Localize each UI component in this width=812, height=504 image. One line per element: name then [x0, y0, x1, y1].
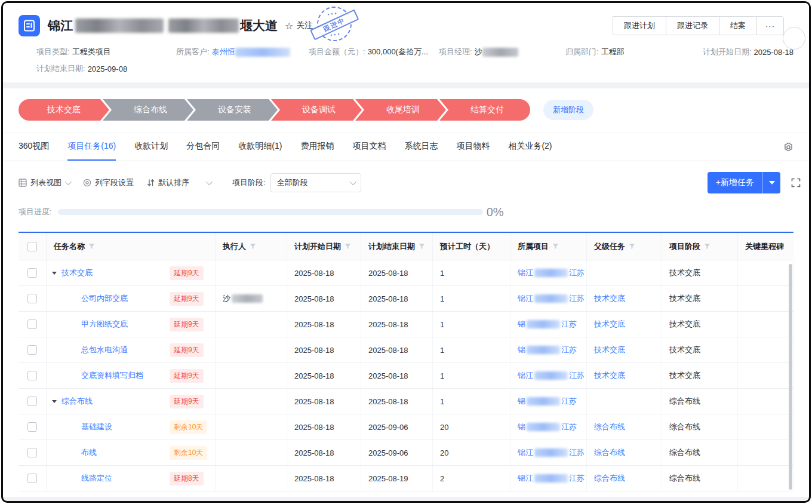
- expand-caret-icon[interactable]: [52, 272, 57, 275]
- due-status-badge: 延期9天: [170, 318, 204, 331]
- project-link-suffix[interactable]: 江苏: [561, 396, 577, 407]
- row-checkbox[interactable]: [27, 422, 37, 432]
- project-link-suffix[interactable]: 江苏: [561, 422, 577, 432]
- add-task-button[interactable]: +新增任务: [708, 172, 762, 193]
- follow-button[interactable]: ☆ 关注: [285, 20, 313, 32]
- project-link-suffix[interactable]: 江苏: [561, 345, 577, 355]
- star-icon[interactable]: ☆: [285, 20, 293, 32]
- parent-task-link[interactable]: 综合布线: [594, 473, 625, 484]
- task-name-link[interactable]: 技术交底: [61, 268, 93, 278]
- tab-item[interactable]: 项目文档: [352, 133, 386, 161]
- project-link-prefix[interactable]: 锦: [518, 345, 525, 355]
- phase-step[interactable]: 综合布线: [103, 99, 193, 121]
- row-checkbox[interactable]: [27, 268, 37, 278]
- project-link-prefix[interactable]: 锦江: [518, 473, 533, 484]
- parent-task-link[interactable]: 技术交底: [594, 293, 625, 304]
- tab-item[interactable]: 系统日志: [404, 133, 438, 161]
- column-settings-label: 列字段设置: [95, 177, 134, 188]
- stage-cell: 技术交底: [662, 286, 738, 311]
- field-label: 项目经理:: [439, 47, 472, 57]
- parent-task-link[interactable]: 综合布线: [594, 422, 625, 432]
- phase-step[interactable]: 设备安装: [187, 99, 278, 121]
- parent-task-link[interactable]: 技术交底: [594, 345, 625, 355]
- filter-icon[interactable]: [250, 243, 256, 250]
- project-link-suffix[interactable]: 江苏: [569, 268, 585, 278]
- tab-item[interactable]: 收款计划: [134, 133, 168, 161]
- header-action-button[interactable]: 跟进计划: [613, 16, 666, 35]
- filter-icon[interactable]: [552, 243, 559, 250]
- fullscreen-icon[interactable]: [791, 178, 801, 188]
- project-link-suffix[interactable]: 江苏: [569, 293, 585, 304]
- task-name-link[interactable]: 甲方图纸交底: [81, 319, 128, 330]
- tab-item[interactable]: 项目任务(16): [67, 133, 116, 161]
- phase-step[interactable]: 设备调试: [271, 99, 362, 121]
- field-label: 项目类型:: [36, 47, 70, 57]
- tab-item[interactable]: 分包合同: [186, 133, 220, 161]
- project-link-prefix[interactable]: 锦: [518, 396, 525, 407]
- stage-filter-select[interactable]: 全部阶段: [270, 173, 361, 192]
- stage-cell: 综合布线: [662, 440, 738, 465]
- phase-step[interactable]: 收尾培训: [355, 99, 446, 121]
- task-name-link[interactable]: 交底资料填写归档: [81, 370, 143, 381]
- tab-item[interactable]: 费用报销: [300, 133, 334, 161]
- help-float-button[interactable]: [783, 27, 805, 50]
- phase-step[interactable]: 技术交底: [19, 99, 109, 121]
- parent-task-link[interactable]: 综合布线: [594, 447, 625, 458]
- plan-end-cell: 2025-08-19: [361, 466, 433, 491]
- task-name-link[interactable]: 线路定位: [81, 473, 112, 484]
- header-action-button[interactable]: ···: [756, 16, 784, 35]
- project-link-prefix[interactable]: 锦: [518, 319, 525, 330]
- parent-task-cell: [587, 389, 662, 414]
- project-link-suffix[interactable]: 江苏: [569, 370, 585, 381]
- add-task-dropdown-button[interactable]: [762, 172, 780, 193]
- filter-icon[interactable]: [345, 243, 351, 250]
- project-link-prefix[interactable]: 锦江: [518, 293, 533, 304]
- row-checkbox[interactable]: [27, 448, 37, 457]
- row-checkbox[interactable]: [27, 294, 37, 303]
- parent-task-link[interactable]: 技术交底: [594, 370, 625, 381]
- tab-settings-gear-icon[interactable]: [783, 133, 793, 161]
- task-name-link[interactable]: 基础建设: [81, 422, 112, 432]
- add-phase-button[interactable]: 新增阶段: [543, 100, 593, 120]
- redacted-project-block: [527, 397, 560, 405]
- task-name-link[interactable]: 综合布线: [61, 396, 93, 407]
- project-link-prefix[interactable]: 锦江: [518, 370, 533, 381]
- tab-item[interactable]: 360视图: [19, 133, 49, 161]
- project-link-prefix[interactable]: 锦: [518, 422, 525, 432]
- sort-button[interactable]: 默认排序: [147, 177, 211, 188]
- row-checkbox[interactable]: [27, 319, 37, 329]
- row-check-cell: [19, 440, 47, 465]
- estimated-hours-cell: 1: [433, 337, 510, 362]
- vertical-scrollbar[interactable]: [789, 264, 792, 490]
- project-link-suffix[interactable]: 江苏: [569, 473, 585, 484]
- task-name-link[interactable]: 总包水电沟通: [81, 345, 128, 355]
- expand-caret-icon[interactable]: [52, 400, 57, 403]
- task-name-link[interactable]: 布线: [81, 447, 97, 458]
- project-link-prefix[interactable]: 锦江: [518, 447, 533, 458]
- filter-icon[interactable]: [88, 243, 95, 250]
- estimated-hours-cell: 1: [433, 389, 510, 414]
- stage-cell: 技术交底: [662, 312, 738, 337]
- project-link-suffix[interactable]: 江苏: [561, 319, 577, 330]
- filter-icon[interactable]: [419, 243, 425, 250]
- project-header: 锦江堰大道 ☆ 关注 ••• 跟进中 ••• 跟进计划跟进记录结案··· 项目类…: [3, 3, 809, 82]
- column-settings-button[interactable]: 列字段设置: [83, 177, 134, 188]
- row-checkbox[interactable]: [27, 397, 37, 406]
- view-switcher[interactable]: 列表视图: [19, 177, 70, 188]
- parent-task-link[interactable]: 技术交底: [594, 319, 625, 330]
- row-checkbox[interactable]: [27, 345, 37, 355]
- header-action-button[interactable]: 结案: [719, 16, 756, 35]
- filter-icon[interactable]: [629, 243, 635, 250]
- filter-icon[interactable]: [704, 243, 710, 250]
- project-link-prefix[interactable]: 锦江: [518, 268, 533, 278]
- project-link-suffix[interactable]: 江苏: [569, 447, 585, 458]
- header-action-button[interactable]: 跟进记录: [666, 16, 719, 35]
- row-checkbox[interactable]: [27, 474, 37, 483]
- select-all-checkbox[interactable]: [27, 242, 37, 251]
- tab-item[interactable]: 收款明细(1): [238, 133, 282, 161]
- tab-item[interactable]: 相关业务(2): [508, 133, 552, 161]
- phase-step[interactable]: 结算交付: [439, 99, 530, 121]
- tab-item[interactable]: 项目物料: [456, 133, 490, 161]
- row-checkbox[interactable]: [27, 371, 37, 380]
- task-name-link[interactable]: 公司内部交底: [81, 293, 128, 304]
